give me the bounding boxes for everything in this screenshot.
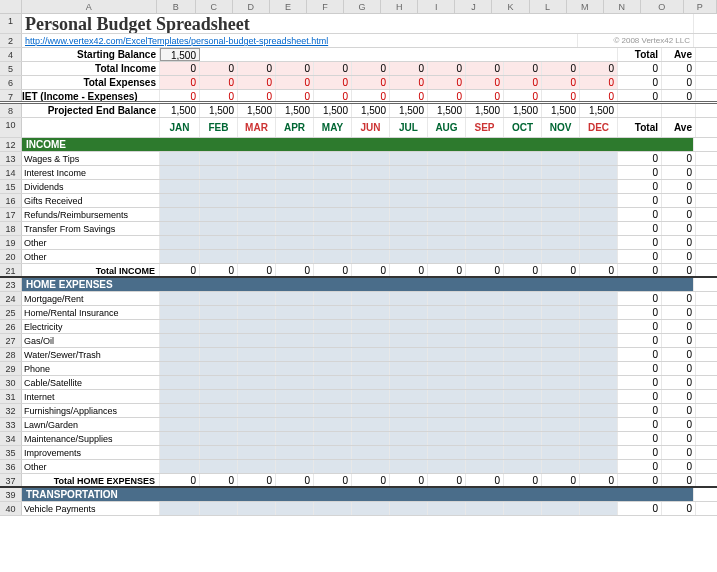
data-cell[interactable] — [390, 236, 428, 249]
data-cell[interactable] — [160, 418, 200, 431]
data-cell[interactable] — [580, 460, 618, 473]
data-cell[interactable] — [276, 194, 314, 207]
data-cell[interactable] — [276, 334, 314, 347]
data-cell[interactable] — [580, 236, 618, 249]
data-cell[interactable] — [580, 446, 618, 459]
data-cell[interactable] — [466, 446, 504, 459]
summary-cell[interactable]: 0 — [200, 62, 238, 75]
data-cell[interactable] — [542, 362, 580, 375]
data-cell[interactable] — [390, 348, 428, 361]
data-cell[interactable] — [160, 460, 200, 473]
data-cell[interactable] — [352, 152, 390, 165]
data-cell[interactable] — [580, 292, 618, 305]
summary-cell[interactable]: 0 — [504, 62, 542, 75]
data-cell[interactable] — [352, 460, 390, 473]
data-cell[interactable] — [580, 194, 618, 207]
data-cell[interactable] — [428, 250, 466, 263]
data-cell[interactable] — [428, 306, 466, 319]
data-cell[interactable] — [200, 166, 238, 179]
data-cell[interactable] — [314, 376, 352, 389]
data-cell[interactable] — [504, 460, 542, 473]
data-cell[interactable] — [314, 236, 352, 249]
data-cell[interactable] — [352, 250, 390, 263]
data-cell[interactable] — [276, 460, 314, 473]
data-cell[interactable] — [504, 152, 542, 165]
data-cell[interactable] — [390, 362, 428, 375]
data-cell[interactable] — [466, 404, 504, 417]
data-cell[interactable] — [428, 432, 466, 445]
data-cell[interactable] — [276, 180, 314, 193]
data-cell[interactable] — [542, 320, 580, 333]
data-cell[interactable] — [160, 194, 200, 207]
data-cell[interactable] — [542, 236, 580, 249]
data-cell[interactable] — [428, 348, 466, 361]
data-cell[interactable] — [580, 362, 618, 375]
data-cell[interactable] — [276, 320, 314, 333]
data-cell[interactable] — [352, 222, 390, 235]
data-cell[interactable] — [504, 390, 542, 403]
data-cell[interactable] — [542, 390, 580, 403]
data-cell[interactable] — [542, 334, 580, 347]
data-cell[interactable] — [238, 236, 276, 249]
data-cell[interactable] — [428, 180, 466, 193]
data-cell[interactable] — [160, 376, 200, 389]
data-cell[interactable] — [466, 320, 504, 333]
data-cell[interactable] — [428, 208, 466, 221]
data-cell[interactable] — [504, 166, 542, 179]
data-cell[interactable] — [352, 418, 390, 431]
data-cell[interactable] — [314, 446, 352, 459]
data-cell[interactable] — [276, 152, 314, 165]
summary-cell[interactable]: 0 — [276, 62, 314, 75]
data-cell[interactable] — [160, 362, 200, 375]
data-cell[interactable] — [276, 222, 314, 235]
data-cell[interactable] — [314, 432, 352, 445]
data-cell[interactable] — [428, 418, 466, 431]
data-cell[interactable] — [238, 194, 276, 207]
data-cell[interactable] — [238, 222, 276, 235]
data-cell[interactable] — [238, 446, 276, 459]
data-cell[interactable] — [276, 362, 314, 375]
summary-cell[interactable]: 0 — [390, 62, 428, 75]
data-cell[interactable] — [160, 446, 200, 459]
data-cell[interactable] — [504, 404, 542, 417]
data-cell[interactable] — [314, 418, 352, 431]
data-cell[interactable] — [352, 208, 390, 221]
summary-cell[interactable]: 0 — [428, 62, 466, 75]
data-cell[interactable] — [314, 292, 352, 305]
data-cell[interactable] — [504, 432, 542, 445]
data-cell[interactable] — [160, 348, 200, 361]
data-cell[interactable] — [580, 152, 618, 165]
summary-cell[interactable]: 0 — [466, 62, 504, 75]
data-cell[interactable] — [580, 390, 618, 403]
summary-cell[interactable]: 0 — [580, 62, 618, 75]
data-cell[interactable] — [428, 390, 466, 403]
data-cell[interactable] — [238, 432, 276, 445]
data-cell[interactable] — [428, 152, 466, 165]
data-cell[interactable] — [466, 432, 504, 445]
summary-cell[interactable]: 0 — [200, 76, 238, 89]
data-cell[interactable] — [314, 390, 352, 403]
data-cell[interactable] — [352, 432, 390, 445]
data-cell[interactable] — [352, 502, 390, 515]
data-cell[interactable] — [238, 376, 276, 389]
data-cell[interactable] — [276, 236, 314, 249]
data-cell[interactable] — [352, 320, 390, 333]
data-cell[interactable] — [314, 348, 352, 361]
data-cell[interactable] — [504, 446, 542, 459]
summary-cell[interactable]: 0 — [542, 90, 580, 101]
data-cell[interactable] — [314, 320, 352, 333]
data-cell[interactable] — [580, 348, 618, 361]
summary-cell[interactable]: 0 — [504, 90, 542, 101]
data-cell[interactable] — [238, 390, 276, 403]
data-cell[interactable] — [238, 502, 276, 515]
data-cell[interactable] — [542, 418, 580, 431]
data-cell[interactable] — [390, 292, 428, 305]
data-cell[interactable] — [352, 180, 390, 193]
data-cell[interactable] — [314, 362, 352, 375]
summary-cell[interactable]: 0 — [542, 62, 580, 75]
data-cell[interactable] — [466, 306, 504, 319]
data-cell[interactable] — [160, 222, 200, 235]
data-cell[interactable] — [352, 334, 390, 347]
data-cell[interactable] — [428, 334, 466, 347]
data-cell[interactable] — [352, 306, 390, 319]
